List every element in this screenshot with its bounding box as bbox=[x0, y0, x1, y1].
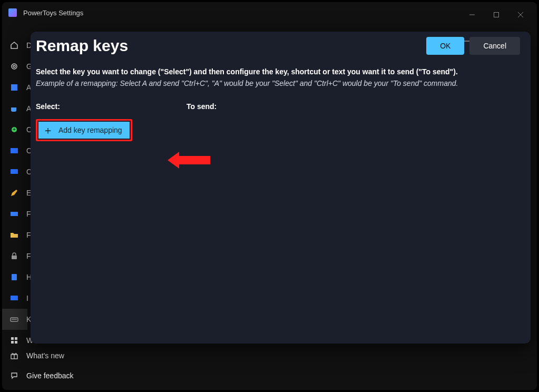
svg-rect-12 bbox=[12, 256, 17, 259]
sidebar-item-general[interactable]: G bbox=[2, 56, 27, 77]
svg-rect-19 bbox=[11, 341, 14, 344]
sidebar-item-9[interactable]: Fi bbox=[2, 224, 27, 246]
feedback-icon bbox=[9, 371, 19, 380]
svg-rect-13 bbox=[12, 274, 17, 280]
green-plus-icon: + bbox=[9, 125, 19, 134]
arrow-line bbox=[179, 156, 210, 164]
close-button[interactable] bbox=[508, 6, 533, 23]
minimize-button[interactable] bbox=[460, 6, 484, 23]
svg-rect-17 bbox=[11, 337, 14, 340]
monitor2-icon bbox=[9, 293, 19, 303]
sidebar-item-6[interactable]: C bbox=[2, 161, 27, 182]
main-titlebar: PowerToys Settings bbox=[2, 2, 537, 23]
svg-rect-18 bbox=[15, 337, 17, 340]
doc-icon bbox=[9, 272, 19, 282]
arrow-head-icon bbox=[168, 152, 179, 169]
dialog-action-buttons: OK Cancel bbox=[426, 37, 520, 55]
svg-rect-11 bbox=[11, 212, 18, 216]
svg-rect-6 bbox=[11, 84, 17, 91]
annotation-arrow bbox=[168, 152, 210, 169]
app-icon bbox=[8, 8, 17, 17]
svg-rect-10 bbox=[11, 169, 18, 174]
ok-button[interactable]: OK bbox=[426, 37, 464, 55]
blue-rect-icon bbox=[9, 209, 19, 219]
gift-icon bbox=[9, 351, 19, 360]
keyboard-icon bbox=[9, 315, 19, 324]
folder-icon bbox=[9, 230, 19, 240]
svg-rect-14 bbox=[11, 296, 18, 300]
sidebar-item-2[interactable]: A bbox=[2, 77, 27, 98]
gear-icon bbox=[9, 62, 19, 71]
dialog-header: Remap keys OK Cancel bbox=[31, 37, 531, 55]
plus-icon: ＋ bbox=[43, 125, 53, 135]
svg-rect-9 bbox=[11, 148, 18, 153]
col-tosend-label: To send: bbox=[187, 102, 217, 111]
svg-point-4 bbox=[12, 64, 17, 69]
app-title: PowerToys Settings bbox=[23, 9, 83, 17]
sidebar-feedback[interactable]: Give feedback bbox=[2, 366, 74, 386]
sidebar-item-3[interactable]: A bbox=[2, 98, 27, 119]
sidebar-item-home[interactable]: D bbox=[2, 35, 27, 56]
svg-point-5 bbox=[13, 65, 15, 67]
lock-icon bbox=[9, 251, 19, 261]
svg-rect-20 bbox=[15, 341, 17, 344]
sidebar-item-keyboard[interactable]: K bbox=[2, 309, 27, 330]
window-controls bbox=[460, 6, 533, 23]
sidebar: D G A A +C C C E Fa Fi Fi H I K W What's… bbox=[2, 30, 27, 390]
add-button-label: Add key remapping bbox=[58, 126, 122, 134]
svg-text:+: + bbox=[13, 126, 16, 132]
sidebar-item-8[interactable]: Fa bbox=[2, 203, 27, 224]
sidebar-item-4[interactable]: +C bbox=[2, 119, 27, 140]
sidebar-item-12[interactable]: I bbox=[2, 288, 27, 309]
blue-square-icon bbox=[9, 83, 19, 92]
dialog-body: Select the key you want to change ("Sele… bbox=[31, 55, 531, 146]
cup-icon bbox=[9, 104, 19, 113]
sidebar-item-11[interactable]: H bbox=[2, 267, 27, 288]
col-select-label: Select: bbox=[36, 102, 60, 111]
add-button-highlight: ＋ Add key remapping bbox=[36, 119, 132, 141]
sidebar-whats-new[interactable]: What's new bbox=[2, 346, 74, 366]
sidebar-item-10[interactable]: Fi bbox=[2, 246, 27, 267]
dialog-example: Example of a remapping: Select A and sen… bbox=[36, 79, 525, 87]
home-icon bbox=[9, 41, 19, 50]
pencil-yellow-icon bbox=[9, 188, 19, 198]
sidebar-item-7[interactable]: E bbox=[2, 182, 27, 203]
column-headers: Select: To send: bbox=[36, 102, 525, 111]
grid-icon bbox=[9, 336, 19, 345]
cancel-button[interactable]: Cancel bbox=[469, 37, 520, 55]
pencil-blue-icon bbox=[9, 146, 19, 155]
monitor-icon bbox=[9, 167, 19, 177]
maximize-button[interactable] bbox=[484, 6, 508, 23]
remap-keys-dialog: Remap keys OK Cancel Select the key you … bbox=[31, 32, 531, 344]
add-key-remapping-button[interactable]: ＋ Add key remapping bbox=[38, 122, 130, 139]
dialog-instruction: Select the key you want to change ("Sele… bbox=[36, 67, 525, 76]
dialog-title: Remap keys bbox=[36, 37, 128, 55]
sidebar-item-5[interactable]: C bbox=[2, 140, 27, 161]
svg-rect-1 bbox=[494, 13, 499, 17]
